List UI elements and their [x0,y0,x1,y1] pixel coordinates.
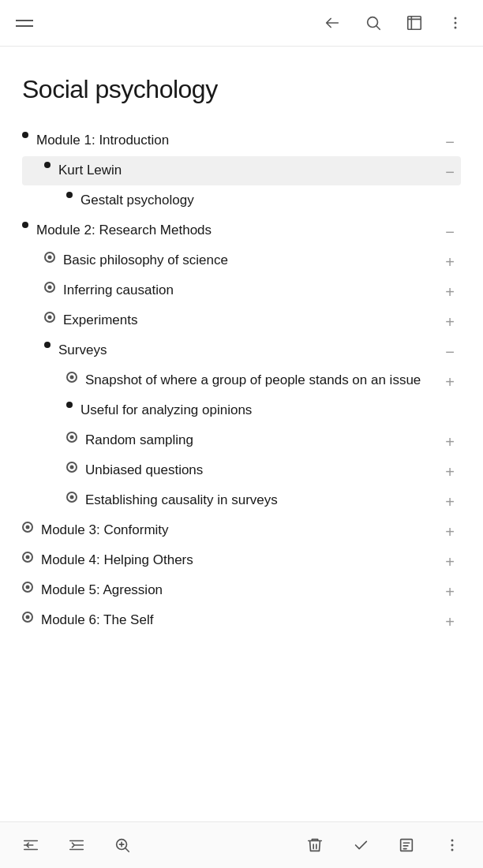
bullet-radio-icon [44,282,55,293]
back-button[interactable] [320,11,344,35]
item-label: Module 3: Conformity [41,520,439,541]
top-toolbar [0,0,483,47]
outdent-icon [22,836,39,854]
expand-button[interactable]: + [439,430,461,451]
more-vertical-icon [447,14,464,32]
expand-button[interactable]: + [439,370,461,391]
bullet-radio-icon [66,372,77,383]
svg-rect-1 [408,17,421,30]
bullet-dot-icon [66,402,73,408]
list-item[interactable]: Module 2: Research Methods− [22,216,461,246]
expand-button[interactable]: + [439,550,461,571]
list-item[interactable]: Random sampling+ [22,426,461,456]
collapse-button[interactable]: − [439,220,461,241]
bullet-radio-icon [66,492,77,503]
bullet-dot-icon [44,342,51,348]
list-item[interactable]: Experiments+ [22,306,461,336]
more-bottom-button[interactable] [440,833,464,857]
svg-point-9 [451,849,454,851]
list-item[interactable]: Module 5: Agression+ [22,576,461,606]
check-button[interactable] [349,833,373,857]
list-item[interactable]: Gestalt psychology [22,186,461,216]
bullet-dot-icon [22,132,28,138]
collapse-button[interactable]: − [439,160,461,181]
book-button[interactable] [402,11,426,35]
list-item[interactable]: Establishing causality in surveys+ [22,486,461,516]
bullet-radio-icon [44,252,55,263]
bullet-dot-icon [22,222,28,228]
item-label: Inferring causation [63,280,439,301]
svg-point-0 [368,17,378,28]
delete-icon [306,836,324,854]
expand-button[interactable]: + [439,610,461,631]
main-content: Social psychology Module 1: Introduction… [0,47,483,821]
expand-button[interactable]: + [439,460,461,481]
list-item[interactable]: Module 4: Helping Others+ [22,546,461,576]
more-options-button[interactable] [444,11,467,35]
svg-point-4 [455,27,457,29]
item-label: Snapshot of where a group of people stan… [85,370,439,391]
item-label: Basic philosophy of science [63,250,439,271]
expand-button[interactable]: + [439,520,461,541]
more-bottom-icon [444,836,461,854]
bullet-dot-icon [66,192,73,198]
page-title: Social psychology [22,75,461,104]
expand-button[interactable]: + [439,490,461,511]
bottom-left-icons [19,833,134,857]
outline-list: Module 1: Introduction−Kurt Lewin−Gestal… [22,126,461,636]
list-item[interactable]: Snapshot of where a group of people stan… [22,366,461,396]
delete-button[interactable] [303,833,327,857]
zoom-in-icon [114,836,131,854]
toolbar-left [16,20,33,27]
list-item[interactable]: Module 6: The Self+ [22,606,461,636]
indent-button[interactable] [65,833,88,857]
list-item[interactable]: Unbiased questions+ [22,456,461,486]
item-label: Module 2: Research Methods [36,220,439,241]
list-item[interactable]: Useful for analyzing opinions [22,396,461,426]
bullet-radio-icon [22,612,33,623]
expand-button[interactable]: + [439,250,461,271]
list-item[interactable]: Module 3: Conformity+ [22,516,461,546]
collapse-button[interactable]: − [439,340,461,361]
list-item[interactable]: Inferring causation+ [22,276,461,306]
item-label: Kurt Lewin [58,160,439,181]
item-label: Module 6: The Self [41,610,439,630]
list-item[interactable]: Surveys− [22,336,461,366]
note-button[interactable] [395,833,418,857]
list-item[interactable]: Basic philosophy of science+ [22,246,461,276]
item-label: Unbiased questions [85,460,439,481]
bullet-dot-icon [44,162,51,168]
note-icon [398,836,415,854]
bullet-radio-icon [66,432,77,443]
back-arrow-icon [324,14,341,32]
item-label: Random sampling [85,430,439,451]
item-label: Module 4: Helping Others [41,550,439,571]
item-label: Module 5: Agression [41,580,439,600]
bottom-right-icons [303,833,464,857]
bullet-radio-icon [22,552,33,563]
bullet-radio-icon [22,582,33,593]
svg-point-2 [455,17,457,20]
list-item[interactable]: Kurt Lewin− [22,156,461,186]
item-label: Module 1: Introduction [36,130,439,151]
item-label: Establishing causality in surveys [85,490,439,511]
expand-button[interactable]: + [439,280,461,301]
expand-button[interactable]: + [439,580,461,601]
item-label: Experiments [63,310,439,331]
expand-button[interactable]: + [439,310,461,331]
svg-point-3 [455,22,457,24]
zoom-in-button[interactable] [110,833,134,857]
no-action [439,400,461,403]
collapse-button[interactable]: − [439,130,461,152]
hamburger-menu-icon[interactable] [16,20,33,27]
book-icon [406,14,423,32]
outdent-button[interactable] [19,833,43,857]
search-button[interactable] [361,11,385,35]
toolbar-right [320,11,467,35]
check-icon [352,836,369,854]
list-item[interactable]: Module 1: Introduction− [22,126,461,156]
svg-point-7 [451,840,454,842]
item-label: Surveys [58,340,439,361]
bottom-toolbar [0,821,483,868]
item-label: Useful for analyzing opinions [80,400,439,421]
